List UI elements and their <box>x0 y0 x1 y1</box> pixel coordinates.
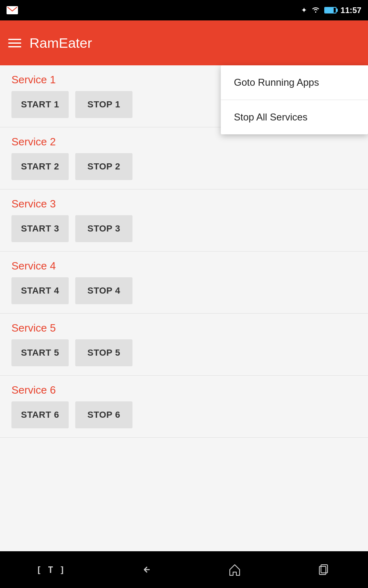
home-button[interactable] <box>227 561 243 578</box>
start-button-5[interactable]: START 5 <box>11 339 69 366</box>
service-row-5: Service 5START 5STOP 5 <box>0 314 368 376</box>
bluetooth-icon: ✦ <box>301 6 307 15</box>
wifi-icon <box>311 6 320 15</box>
service-label-2: Service 2 <box>11 136 357 148</box>
service-label-5: Service 5 <box>11 322 357 334</box>
service-label-4: Service 4 <box>11 260 357 272</box>
status-bar-right: ✦ 11:57 <box>301 6 361 15</box>
dropdown-menu: Goto Running Apps Stop All Services <box>221 65 368 134</box>
service-label-3: Service 3 <box>11 198 357 210</box>
start-button-2[interactable]: START 2 <box>11 153 69 180</box>
service-row-4: Service 4START 4STOP 4 <box>0 252 368 314</box>
stop-button-1[interactable]: STOP 1 <box>75 91 132 118</box>
bottom-nav-bar: [ T ] <box>0 551 368 588</box>
service-row-2: Service 2START 2STOP 2 <box>0 127 368 189</box>
stop-button-3[interactable]: STOP 3 <box>75 215 132 242</box>
back-button[interactable] <box>138 561 154 578</box>
text-icon: [ T ] <box>36 565 65 575</box>
stop-button-5[interactable]: STOP 5 <box>75 339 132 366</box>
service-buttons-2: START 2STOP 2 <box>11 153 357 180</box>
service-buttons-6: START 6STOP 6 <box>11 401 357 428</box>
start-button-4[interactable]: START 4 <box>11 277 69 304</box>
service-buttons-3: START 3STOP 3 <box>11 215 357 242</box>
goto-running-apps-item[interactable]: Goto Running Apps <box>221 65 368 100</box>
stop-button-4[interactable]: STOP 4 <box>75 277 132 304</box>
service-row-3: Service 3START 3STOP 3 <box>0 189 368 252</box>
start-button-3[interactable]: START 3 <box>11 215 69 242</box>
stop-button-6[interactable]: STOP 6 <box>75 401 132 428</box>
status-time: 11:57 <box>341 6 361 15</box>
main-content: Service 1START 1STOP 1Service 2START 2ST… <box>0 65 368 438</box>
start-button-6[interactable]: START 6 <box>11 401 69 428</box>
battery-icon <box>324 7 337 13</box>
app-bar: RamEater <box>0 20 368 65</box>
hamburger-menu[interactable] <box>8 39 21 47</box>
service-buttons-5: START 5STOP 5 <box>11 339 357 366</box>
stop-all-services-item[interactable]: Stop All Services <box>221 100 368 134</box>
stop-button-2[interactable]: STOP 2 <box>75 153 132 180</box>
recents-button[interactable] <box>315 561 332 578</box>
service-buttons-4: START 4STOP 4 <box>11 277 357 304</box>
gmail-icon <box>7 6 18 14</box>
app-title: RamEater <box>29 35 92 51</box>
status-bar-left <box>7 6 18 14</box>
status-bar: ✦ 11:57 <box>0 0 368 20</box>
service-label-6: Service 6 <box>11 384 357 396</box>
service-row-6: Service 6START 6STOP 6 <box>0 376 368 438</box>
start-button-1[interactable]: START 1 <box>11 91 69 118</box>
